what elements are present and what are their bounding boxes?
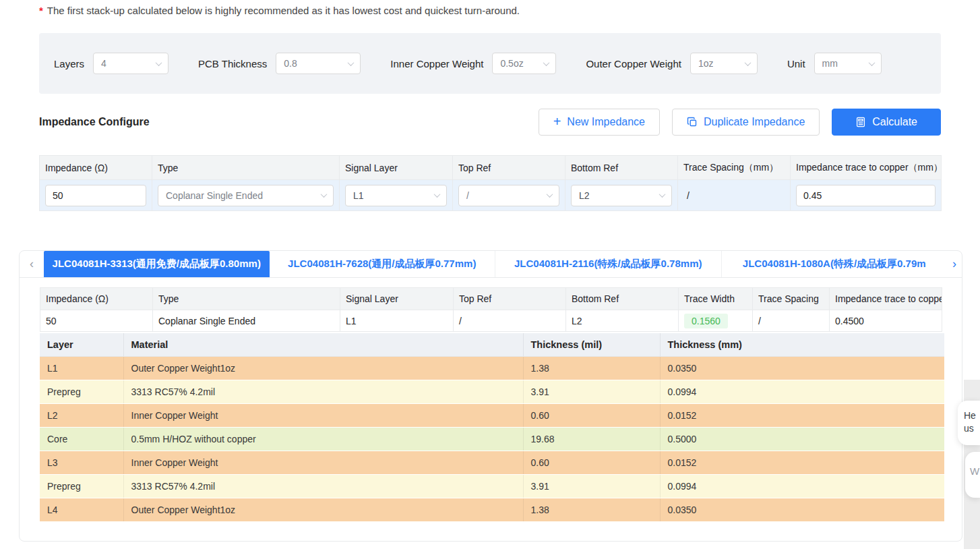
col-top-ref: Top Ref	[454, 288, 566, 310]
col-trace-to-copper: Impedance trace to copper	[830, 288, 942, 310]
unit-field: Unit mm	[787, 53, 882, 74]
layers-field: Layers 4	[54, 53, 169, 74]
table-row-prepreg-1: Prepreg3313 RC57% 4.2mil 3.910.0994	[40, 380, 944, 403]
trace-spacing-value: /	[678, 180, 791, 211]
chevron-down-icon	[744, 59, 751, 66]
configure-table-header-row: Impedance (Ω) Type Signal Layer Top Ref …	[40, 156, 942, 180]
col-bottom-ref: Bottom Ref	[566, 288, 679, 310]
col-bottom-ref: Bottom Ref	[565, 156, 678, 180]
chevron-down-icon	[321, 191, 328, 198]
table-row-l4: L4Outer Copper Weight1oz 1.380.0350	[40, 498, 944, 521]
result-bottom-ref: L2	[566, 310, 679, 332]
outer-copper-weight-field: Outer Copper Weight 1oz	[586, 53, 757, 74]
col-layer: Layer	[40, 333, 123, 356]
table-row-l1: L1Outer Copper Weight1oz 1.380.0350	[40, 356, 944, 380]
col-trace-spacing: Trace Spacing	[753, 288, 830, 310]
tab-jlc04081h-2116[interactable]: JLC04081H-2116(特殊/成品板厚0.78mm)	[495, 251, 721, 277]
col-top-ref: Top Ref	[453, 156, 565, 180]
bottom-ref-select[interactable]: L2	[571, 185, 672, 206]
table-row-l2: L2Inner Copper Weight 0.600.0152	[40, 403, 944, 427]
tab-jlc04081h-7628[interactable]: JLC04081H-7628(通用/成品板厚0.77mm)	[270, 251, 495, 277]
impedance-configure-header: Impedance Configure + New Impedance Dupl…	[39, 109, 941, 136]
help-widget[interactable]: He us	[958, 401, 980, 445]
layers-select[interactable]: 4	[93, 53, 169, 74]
calculate-button[interactable]: Calculate	[832, 109, 941, 136]
col-trace-to-copper: Impedance trace to copper（mm）	[791, 156, 942, 180]
chevron-down-icon	[868, 59, 875, 66]
col-signal-layer: Signal Layer	[340, 156, 453, 180]
results-header-row: Impedance (Ω) Type Signal Layer Top Ref …	[40, 288, 942, 310]
chevron-down-icon	[547, 191, 553, 198]
chat-widget[interactable]: W	[965, 452, 980, 498]
chevron-down-icon	[434, 191, 441, 198]
chevron-down-icon	[156, 59, 162, 66]
inner-copper-weight-label: Inner Copper Weight	[390, 58, 483, 69]
note-text: The first stack-up calculated below is h…	[47, 5, 520, 16]
result-trace-spacing: /	[753, 310, 830, 332]
result-type: Coplanar Single Ended	[153, 310, 340, 332]
chevron-down-icon	[348, 59, 355, 66]
copy-icon	[687, 117, 698, 127]
inner-copper-weight-field: Inner Copper Weight 0.5oz	[390, 53, 556, 74]
layers-label: Layers	[54, 58, 84, 69]
calculator-icon	[855, 117, 866, 127]
unit-select[interactable]: mm	[814, 53, 882, 74]
stackup-layers-table: Layer Material Thickness (mil) Thickness…	[40, 333, 944, 522]
chevron-down-icon	[659, 191, 666, 198]
col-thickness-mm: Thickness (mm)	[660, 333, 944, 356]
stackup-header-row: Layer Material Thickness (mil) Thickness…	[40, 333, 944, 356]
col-impedance: Impedance (Ω)	[40, 156, 152, 180]
unit-label: Unit	[787, 58, 805, 69]
recommendation-note: *The first stack-up calculated below is …	[39, 5, 941, 16]
plus-icon: +	[553, 115, 561, 128]
table-row-prepreg-2: Prepreg3313 RC57% 4.2mil 3.910.0994	[40, 474, 944, 498]
col-type: Type	[152, 156, 340, 180]
stackup-results-card: ‹ JLC04081H-3313(通用免费/成品板厚0.80mm) JLC040…	[19, 250, 962, 542]
impedance-results-table: Impedance (Ω) Type Signal Layer Top Ref …	[40, 287, 942, 332]
result-signal-layer: L1	[340, 310, 454, 332]
col-signal-layer: Signal Layer	[340, 288, 454, 310]
new-impedance-button[interactable]: + New Impedance	[539, 109, 660, 136]
help-widget-text-line1: He	[964, 409, 980, 422]
required-asterisk: *	[39, 5, 43, 16]
pcb-thickness-label: PCB Thickness	[198, 58, 267, 69]
board-config-panel: Layers 4 PCB Thickness 0.8 Inner Copper …	[39, 33, 941, 94]
pcb-thickness-field: PCB Thickness 0.8	[198, 53, 361, 74]
pcb-thickness-select[interactable]: 0.8	[276, 53, 361, 74]
tab-jlc04081h-1080a[interactable]: JLC04081H-1080A(特殊/成品板厚0.79m	[721, 251, 948, 277]
col-material: Material	[123, 333, 523, 356]
outer-copper-weight-label: Outer Copper Weight	[586, 58, 681, 69]
impedance-input[interactable]	[45, 185, 146, 206]
result-trace-to-copper: 0.4500	[830, 310, 942, 332]
trace-width-highlight: 0.1560	[684, 314, 728, 328]
section-title: Impedance Configure	[39, 116, 150, 128]
table-row-core: Core0.5mm H/HOZ without copper 19.680.50…	[40, 427, 944, 451]
result-top-ref: /	[454, 310, 566, 332]
impedance-config-row: Coplanar Single Ended L1 / L2 /	[40, 180, 942, 211]
signal-layer-select[interactable]: L1	[345, 185, 447, 206]
outer-copper-weight-select[interactable]: 1oz	[690, 53, 758, 74]
type-select[interactable]: Coplanar Single Ended	[158, 185, 334, 206]
chat-widget-text: W	[970, 465, 980, 477]
col-trace-spacing: Trace Spacing（mm）	[678, 156, 791, 180]
tab-jlc04081h-3313[interactable]: JLC04081H-3313(通用免费/成品板厚0.80mm)	[44, 251, 270, 277]
stackup-tab-bar: ‹ JLC04081H-3313(通用免费/成品板厚0.80mm) JLC040…	[20, 251, 962, 278]
help-widget-text-line2: us	[964, 422, 980, 435]
table-row-l3: L3Inner Copper Weight 0.600.0152	[40, 451, 944, 474]
col-type: Type	[153, 288, 340, 310]
impedance-configure-table: Impedance (Ω) Type Signal Layer Top Ref …	[39, 155, 942, 211]
col-thickness-mil: Thickness (mil)	[523, 333, 660, 356]
results-row: 50 Coplanar Single Ended L1 / L2 0.1560 …	[40, 310, 942, 332]
col-impedance: Impedance (Ω)	[40, 288, 153, 310]
tabs-prev-arrow-icon[interactable]: ‹	[20, 251, 44, 277]
trace-to-copper-input[interactable]	[796, 185, 936, 206]
top-ref-select[interactable]: /	[458, 185, 559, 206]
inner-copper-weight-select[interactable]: 0.5oz	[492, 53, 556, 74]
duplicate-impedance-button[interactable]: Duplicate Impedance	[672, 109, 820, 136]
col-trace-width: Trace Width	[679, 288, 753, 310]
chevron-down-icon	[543, 59, 550, 66]
tabs-next-arrow-icon[interactable]: ›	[947, 251, 962, 277]
result-impedance: 50	[40, 310, 153, 332]
